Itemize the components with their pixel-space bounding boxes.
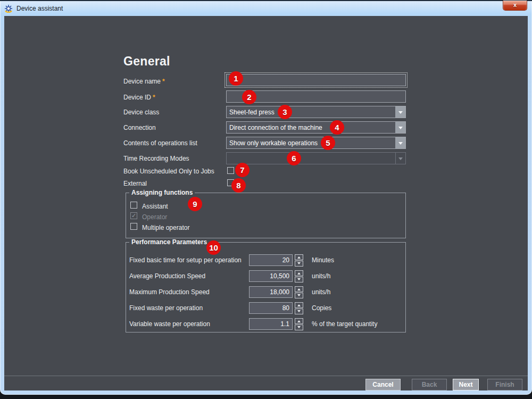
multiple-operator-row: Multiple operator bbox=[126, 222, 405, 232]
operations-list-label: Contents of operations list bbox=[123, 139, 197, 147]
assistant-row: Assistant bbox=[126, 201, 405, 211]
max-speed-stepper bbox=[295, 286, 303, 298]
app-icon bbox=[4, 4, 13, 13]
spin-down-button[interactable] bbox=[295, 325, 303, 330]
device-class-dropdown[interactable]: Sheet-fed press bbox=[226, 106, 406, 118]
multiple-operator-checkbox[interactable] bbox=[130, 223, 137, 230]
arrow-down-icon bbox=[297, 326, 301, 330]
arrow-down-icon bbox=[297, 278, 301, 282]
unit-label: Minutes bbox=[312, 256, 334, 264]
variable-waste-stepper bbox=[295, 318, 303, 330]
annotation-badge-2: 2 bbox=[242, 90, 256, 104]
next-button[interactable]: Next bbox=[453, 379, 479, 390]
close-icon: x bbox=[513, 2, 517, 8]
wizard-page-general: General Device name* Device ID* Device c… bbox=[4, 16, 528, 390]
time-recording-label: Time Recording Modes bbox=[123, 155, 189, 162]
annotation-badge-3: 3 bbox=[278, 105, 292, 119]
unit-label: units/h bbox=[312, 288, 330, 296]
spin-down-button[interactable] bbox=[295, 277, 303, 282]
connection-dropdown[interactable]: Direct connection of the machine bbox=[226, 121, 406, 134]
spin-up-button[interactable] bbox=[295, 318, 303, 324]
annotation-badge-8: 8 bbox=[231, 178, 246, 193]
unit-label: Copies bbox=[312, 304, 331, 312]
footer-divider bbox=[4, 376, 528, 376]
annotation-badge-9: 9 bbox=[188, 197, 202, 211]
avg-speed-stepper bbox=[295, 270, 303, 282]
assistant-checkbox[interactable] bbox=[130, 202, 137, 209]
annotation-badge-5: 5 bbox=[321, 136, 335, 150]
fixed-waste-stepper bbox=[295, 302, 303, 314]
setup-time-stepper bbox=[295, 254, 303, 266]
spin-up-button[interactable] bbox=[295, 254, 303, 260]
annotation-badge-10: 10 bbox=[206, 240, 221, 255]
dropdown-button[interactable] bbox=[395, 106, 405, 118]
device-name-input[interactable] bbox=[226, 74, 406, 86]
fixed-waste-input[interactable] bbox=[249, 302, 293, 314]
back-button: Back bbox=[412, 379, 447, 390]
time-recording-dropdown bbox=[226, 152, 406, 164]
arrow-up-icon bbox=[297, 303, 301, 306]
arrow-down-icon bbox=[297, 310, 301, 314]
annotation-badge-1: 1 bbox=[229, 71, 243, 86]
assigning-functions-title: Assigning functions bbox=[129, 189, 195, 196]
performance-parameters-title: Performance Parameters bbox=[129, 238, 209, 246]
arrow-up-icon bbox=[297, 255, 301, 259]
setup-time-row: Fixed basic time for setup per operation… bbox=[126, 254, 405, 266]
spin-down-button[interactable] bbox=[295, 261, 303, 267]
device-assistant-window: Device assistant x General Device name* … bbox=[0, 0, 532, 395]
annotation-badge-7: 7 bbox=[235, 163, 250, 177]
chevron-down-icon bbox=[398, 111, 403, 116]
book-unscheduled-checkbox[interactable] bbox=[227, 167, 234, 174]
arrow-up-icon bbox=[297, 319, 301, 322]
setup-time-input[interactable] bbox=[249, 254, 293, 266]
operations-list-dropdown[interactable]: Show only workable operations bbox=[226, 137, 406, 149]
required-marker: * bbox=[162, 78, 165, 85]
spin-down-button[interactable] bbox=[295, 293, 303, 298]
dropdown-button bbox=[395, 153, 405, 164]
assigning-functions-group: Assigning functions Assistant ✓ Operator… bbox=[126, 193, 406, 238]
titlebar: Device assistant bbox=[0, 1, 532, 15]
chevron-down-icon bbox=[398, 157, 403, 162]
spin-up-button[interactable] bbox=[295, 286, 303, 292]
page-title: General bbox=[123, 54, 170, 69]
annotation-badge-6: 6 bbox=[287, 151, 301, 165]
chevron-down-icon bbox=[398, 127, 403, 131]
unit-label: units/h bbox=[312, 272, 330, 280]
annotation-badge-4: 4 bbox=[330, 120, 344, 135]
spin-up-button[interactable] bbox=[295, 302, 303, 308]
arrow-up-icon bbox=[297, 271, 301, 275]
operator-row: ✓ Operator bbox=[126, 211, 405, 222]
window-title: Device assistant bbox=[16, 5, 63, 12]
arrow-down-icon bbox=[297, 262, 301, 266]
arrow-down-icon bbox=[297, 294, 301, 298]
max-speed-row: Maximum Production Speed units/h bbox=[126, 286, 405, 298]
spin-up-button[interactable] bbox=[295, 270, 303, 276]
chevron-down-icon bbox=[398, 142, 403, 147]
cancel-button[interactable]: Cancel bbox=[365, 379, 401, 390]
avg-speed-input[interactable] bbox=[249, 270, 293, 282]
connection-label: Connection bbox=[123, 124, 156, 131]
spin-down-button[interactable] bbox=[295, 309, 303, 314]
max-speed-input[interactable] bbox=[249, 286, 293, 298]
operator-checkbox: ✓ bbox=[130, 212, 137, 219]
device-name-label: Device name* bbox=[123, 78, 165, 85]
check-icon: ✓ bbox=[131, 212, 136, 219]
fixed-waste-row: Fixed waste per operation Copies bbox=[126, 302, 405, 314]
finish-button: Finish bbox=[487, 379, 522, 390]
variable-waste-row: Variable waste per operation % of the ta… bbox=[126, 318, 405, 330]
device-class-label: Device class bbox=[123, 109, 159, 116]
unit-label: % of the target quantity bbox=[312, 320, 377, 328]
variable-waste-input[interactable] bbox=[249, 318, 293, 330]
dropdown-button[interactable] bbox=[395, 122, 405, 133]
close-button[interactable]: x bbox=[503, 1, 527, 11]
required-marker: * bbox=[153, 94, 155, 101]
performance-parameters-group: Performance Parameters Fixed basic time … bbox=[126, 242, 406, 332]
device-id-label: Device ID* bbox=[123, 94, 155, 101]
external-label: External bbox=[123, 180, 147, 187]
dropdown-button[interactable] bbox=[395, 137, 405, 148]
arrow-up-icon bbox=[297, 287, 301, 290]
book-unscheduled-label: Book Unscheduled Only to Jobs bbox=[123, 168, 214, 175]
avg-speed-row: Average Production Speed units/h bbox=[126, 270, 405, 282]
